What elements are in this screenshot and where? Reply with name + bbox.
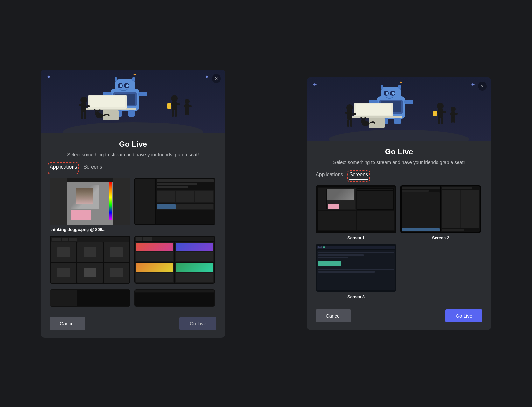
- svg-point-61: [346, 104, 353, 111]
- right-close-button[interactable]: ×: [478, 82, 487, 91]
- screen-label-2: Screen 2: [432, 235, 449, 240]
- close-icon: ×: [215, 76, 218, 81]
- svg-rect-56: [404, 100, 413, 104]
- svg-rect-21: [79, 104, 83, 106]
- screen-item-1[interactable]: Screen 1: [316, 185, 396, 240]
- modal-body: Go Live Select something to stream and h…: [41, 133, 225, 307]
- svg-point-5: [120, 84, 122, 87]
- tab-bar: Applications Screens: [50, 164, 216, 172]
- svg-rect-7: [115, 77, 117, 81]
- svg-rect-20: [81, 102, 86, 112]
- app-item-3[interactable]: [50, 236, 130, 285]
- svg-rect-30: [172, 101, 177, 110]
- svg-rect-41: [187, 110, 189, 115]
- svg-rect-14: [138, 92, 147, 96]
- right-tab-screens[interactable]: Screens: [349, 172, 368, 180]
- cancel-button[interactable]: Cancel: [50, 317, 85, 330]
- svg-rect-81: [454, 113, 458, 115]
- svg-rect-34: [175, 110, 177, 117]
- svg-rect-38: [184, 105, 187, 107]
- screen-thumbnail-1: [316, 185, 396, 233]
- svg-rect-74: [442, 111, 446, 113]
- right-modal-subtitle: Select something to stream and have your…: [316, 159, 482, 165]
- right-close-icon: ×: [481, 83, 484, 89]
- svg-rect-66: [350, 120, 352, 127]
- app-item-6[interactable]: [134, 289, 215, 307]
- modal-footer: Cancel Go Live: [41, 312, 225, 338]
- screen-thumbnail-2: [400, 185, 481, 233]
- svg-rect-75: [438, 117, 440, 124]
- svg-rect-54: [394, 118, 401, 124]
- svg-rect-23: [81, 112, 83, 119]
- app-thumbnail-3: [50, 236, 130, 284]
- svg-point-19: [80, 97, 87, 103]
- svg-rect-40: [185, 110, 187, 115]
- right-tab-bar: Applications Screens: [316, 172, 482, 180]
- right-modal-footer: Cancel Go Live: [307, 304, 491, 330]
- screens-grid: Screen 1: [316, 185, 482, 299]
- svg-rect-77: [433, 111, 437, 116]
- svg-rect-72: [438, 109, 443, 118]
- modal-title: Go Live: [50, 140, 216, 149]
- svg-rect-18: [90, 96, 125, 107]
- screen-item-3[interactable]: Screen 3: [316, 244, 396, 299]
- right-tab-applications[interactable]: Applications: [316, 172, 343, 180]
- svg-point-36: [185, 99, 190, 104]
- svg-point-6: [126, 84, 129, 87]
- right-modal-body: Go Live Select something to stream and h…: [307, 141, 491, 299]
- svg-rect-12: [128, 110, 135, 117]
- applications-grid: thinking doggo.png @ 800...: [50, 178, 216, 307]
- app-item-4[interactable]: [134, 236, 215, 285]
- svg-point-78: [451, 107, 456, 112]
- app-thumbnail-2: [134, 178, 215, 225]
- header-illustration: ✦ ✦ ✦: [41, 70, 225, 133]
- left-panel: ✦ ✦ ✦: [0, 0, 266, 407]
- svg-point-48: [392, 92, 395, 95]
- left-modal: ✦ ✦ ✦: [41, 70, 225, 338]
- svg-rect-32: [176, 103, 180, 105]
- tab-screens[interactable]: Screens: [83, 164, 102, 172]
- svg-rect-64: [352, 113, 356, 115]
- svg-rect-22: [86, 105, 90, 107]
- screen-thumbnail-3: [316, 244, 396, 292]
- right-golive-button[interactable]: Go Live: [445, 309, 482, 322]
- svg-rect-65: [347, 120, 349, 127]
- app-label-1: thinking doggo.png @ 800...: [50, 227, 130, 232]
- close-button[interactable]: ×: [212, 74, 221, 83]
- app-item-1[interactable]: thinking doggo.png @ 800...: [50, 178, 130, 232]
- right-modal-title: Go Live: [316, 147, 482, 156]
- svg-rect-80: [450, 113, 453, 115]
- svg-point-71: [437, 103, 444, 109]
- app-thumbnail-1: [50, 178, 130, 225]
- screen-label-1: Screen 1: [347, 235, 365, 240]
- svg-point-47: [386, 92, 388, 95]
- screen-label-3: Screen 3: [347, 294, 365, 299]
- right-cancel-button[interactable]: Cancel: [316, 309, 351, 322]
- screen-item-2[interactable]: Screen 2: [400, 185, 481, 240]
- svg-point-42: [329, 130, 469, 141]
- golive-button[interactable]: Go Live: [179, 317, 216, 330]
- svg-point-68: [361, 119, 366, 123]
- tab-applications[interactable]: Applications: [50, 164, 77, 172]
- app-item-2[interactable]: [134, 178, 215, 232]
- svg-rect-82: [451, 117, 453, 123]
- right-panel: ✦ ✦ ✦: [266, 0, 532, 407]
- svg-point-0: [63, 122, 203, 133]
- svg-rect-8: [132, 77, 135, 81]
- right-header-illustration: ✦ ✦ ✦: [307, 77, 491, 141]
- svg-rect-50: [398, 85, 401, 89]
- svg-rect-60: [356, 104, 391, 115]
- app-item-5[interactable]: [50, 289, 130, 307]
- app-thumbnail-4: [134, 236, 215, 284]
- svg-rect-63: [345, 112, 349, 114]
- svg-rect-62: [347, 110, 352, 120]
- modal-subtitle: Select something to stream and have your…: [50, 151, 216, 158]
- svg-rect-39: [188, 105, 192, 107]
- svg-rect-33: [172, 110, 174, 117]
- svg-rect-35: [167, 103, 171, 109]
- svg-rect-24: [84, 112, 86, 119]
- svg-rect-76: [441, 117, 443, 124]
- svg-rect-83: [453, 117, 455, 123]
- svg-rect-49: [381, 85, 383, 89]
- svg-point-26: [95, 111, 100, 116]
